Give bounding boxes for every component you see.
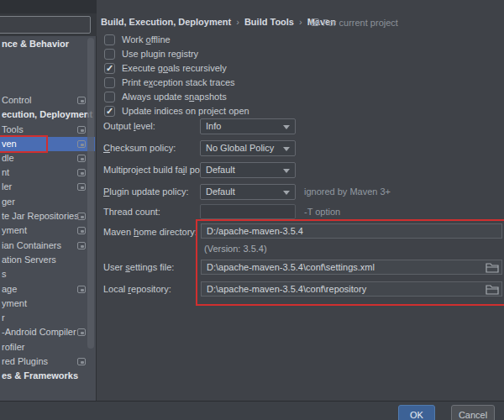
settings-search-area <box>0 13 97 36</box>
sidebar-item-build-execution-deployment[interactable]: ecution, Deployment <box>0 108 97 122</box>
combobox-value: Default <box>206 165 235 175</box>
per-project-icon <box>77 242 86 249</box>
dialog-footer: OK Cancel <box>0 401 504 420</box>
combobox-value: Default <box>206 186 235 197</box>
output-level-label: Output level: <box>103 121 155 131</box>
checkbox-label: Execute goals recursively <box>122 63 227 73</box>
combobox-value: Info <box>206 121 221 131</box>
per-project-icon <box>77 328 86 336</box>
per-project-icon <box>77 126 86 134</box>
checksum-policy-label: Checksum policy: <box>103 143 176 153</box>
multiproject-build-fail-policy-label: Multiproject build fail policy: <box>103 165 216 175</box>
checkbox-unchecked-icon[interactable] <box>104 77 115 88</box>
checksum-policy-combobox[interactable]: No Global Policy <box>200 140 296 156</box>
maven-home-directory-label: Maven home directory: <box>103 227 197 237</box>
per-project-icon <box>77 140 86 148</box>
window-title-strip <box>0 0 97 13</box>
local-repository-label: Local repository: <box>103 284 171 294</box>
sidebar-item-containers[interactable]: ian Containers <box>0 239 97 253</box>
thread-count-label: Thread count: <box>103 207 160 217</box>
cancel-button[interactable]: Cancel <box>451 405 495 420</box>
per-project-icon <box>77 155 86 162</box>
sidebar-item-android-compiler[interactable]: -Android Compiler <box>0 325 97 339</box>
thread-count-input[interactable] <box>200 204 296 219</box>
for-current-project-label: For current project <box>323 18 398 28</box>
sidebar-item-profiler[interactable]: rofiler <box>0 340 97 354</box>
sidebar-item-gradle[interactable]: dle <box>0 151 97 165</box>
settings-sidebar: nce & Behavior Control ecution, Deployme… <box>0 36 97 401</box>
per-project-icon <box>77 227 86 234</box>
per-project-icon <box>77 169 86 176</box>
per-project-icon <box>77 358 86 365</box>
checkbox-unchecked-icon[interactable] <box>104 49 115 60</box>
breadcrumb-separator: › <box>294 17 307 27</box>
checkbox-label: Always update snapshots <box>122 92 227 102</box>
breadcrumb: Build, Execution, Deployment›Build Tools… <box>101 17 336 27</box>
ok-button[interactable]: OK <box>398 405 435 420</box>
sidebar-item-required-plugins[interactable]: red Plugins <box>0 354 97 369</box>
chevron-down-icon <box>283 191 290 195</box>
checkbox-label: Print exception stack traces <box>122 77 235 87</box>
plugin-update-policy-label: Plugin update policy: <box>103 186 189 197</box>
checkbox-checked-icon[interactable] <box>104 63 115 74</box>
sidebar-item-deployment[interactable]: yment <box>0 223 97 238</box>
chevron-down-icon <box>283 169 290 173</box>
checkbox-label: Update indices on project open <box>122 106 249 116</box>
sidebar-item-remote-jar-repositories[interactable]: te Jar Repositories <box>0 209 97 223</box>
sidebar-item-debugger[interactable]: ger <box>0 195 97 209</box>
plugin-update-policy-combobox[interactable]: Default <box>200 184 296 200</box>
annotation-box-maven <box>0 135 48 153</box>
per-project-icon <box>77 213 86 220</box>
t-option-note: -T option <box>304 207 340 217</box>
ignored-by-maven-note: ignored by Maven 3+ <box>304 186 391 197</box>
output-level-combobox[interactable]: Info <box>200 118 296 134</box>
chevron-down-icon <box>283 125 290 129</box>
checkbox-label: Work offline <box>122 34 171 45</box>
breadcrumb-separator: › <box>231 17 244 27</box>
sidebar-item-ant[interactable]: nt <box>0 165 97 180</box>
breadcrumb-build-tools[interactable]: Build Tools <box>244 17 294 27</box>
sidebar-item-docker[interactable]: r <box>0 311 97 325</box>
search-input[interactable] <box>0 16 91 34</box>
chevron-down-icon <box>283 147 290 151</box>
breadcrumb-build-execution-deployment[interactable]: Build, Execution, Deployment <box>101 17 231 27</box>
sidebar-scrollbar[interactable] <box>87 38 94 349</box>
user-settings-file-label: User settings file: <box>103 262 174 272</box>
sidebar-item-coverage[interactable]: age <box>0 282 97 297</box>
checkbox-unchecked-icon[interactable] <box>104 34 115 45</box>
per-project-icon <box>77 97 86 104</box>
sidebar-item-clouds[interactable]: s <box>0 267 97 281</box>
checkbox-checked-icon[interactable] <box>104 106 115 117</box>
sidebar-item-compiler[interactable]: ler <box>0 180 97 194</box>
sidebar-item-appearance-behavior[interactable]: nce & Behavior <box>0 37 97 51</box>
sidebar-item-deployment-2[interactable]: yment <box>0 297 97 311</box>
sidebar-item-application-servers[interactable]: ation Servers <box>0 253 97 267</box>
sidebar-item-version-control[interactable]: Control <box>0 93 97 108</box>
checkbox-unchecked-icon[interactable] <box>104 92 115 102</box>
combobox-value: No Global Policy <box>206 143 274 153</box>
annotation-box-maven-paths <box>196 219 504 306</box>
checkbox-label: Use plugin registry <box>122 49 198 59</box>
per-project-icon <box>77 286 86 293</box>
multiproject-build-fail-policy-combobox[interactable]: Default <box>200 162 296 178</box>
monitor-icon <box>311 18 319 26</box>
sidebar-item-languages-frameworks[interactable]: es & Frameworks <box>0 369 97 383</box>
per-project-icon <box>77 183 86 191</box>
